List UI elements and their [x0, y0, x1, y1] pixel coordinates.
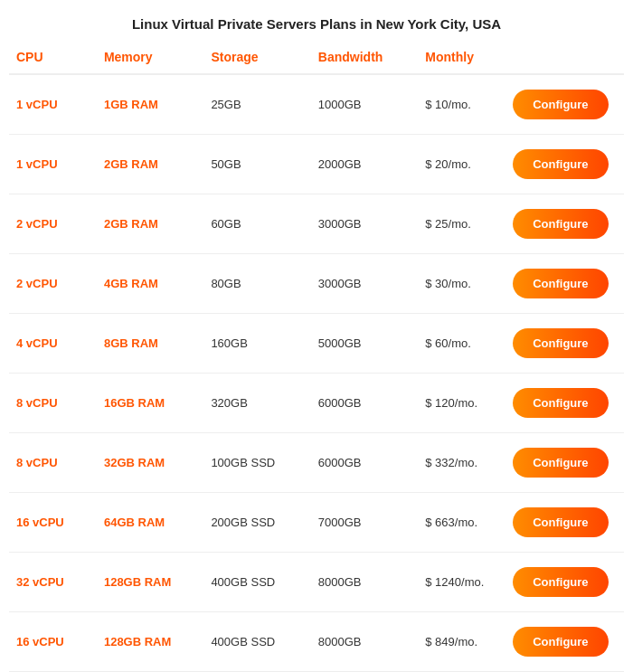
configure-button[interactable]: Configure — [513, 627, 608, 657]
price-cell: $ 30/mo. — [418, 254, 505, 314]
memory-cell: 128GB RAM — [97, 612, 203, 672]
header-storage: Storage — [203, 41, 310, 74]
cpu-cell: 1 vCPU — [9, 135, 97, 194]
table-row: 32 vCPU 128GB RAM 400GB SSD 8000GB $ 124… — [9, 553, 624, 612]
action-cell: Configure — [505, 314, 624, 374]
table-row: 16 vCPU 128GB RAM 400GB SSD 8000GB $ 849… — [9, 612, 624, 672]
memory-cell: 16GB RAM — [97, 374, 203, 433]
cpu-cell: 4 vCPU — [9, 314, 97, 374]
price-cell: $ 849/mo. — [418, 612, 505, 672]
action-cell: Configure — [505, 433, 624, 493]
configure-button[interactable]: Configure — [513, 149, 608, 179]
price-cell: $ 10/mo. — [418, 74, 505, 135]
header-action — [505, 41, 624, 74]
cpu-cell: 32 vCPU — [9, 553, 97, 612]
table-row: 8 vCPU 16GB RAM 320GB 6000GB $ 120/mo. C… — [9, 374, 624, 433]
action-cell: Configure — [505, 612, 624, 672]
cpu-cell: 16 vCPU — [9, 612, 97, 672]
storage-cell: 60GB — [203, 194, 310, 254]
table-container: CPU Memory Storage Bandwidth Monthly 1 v… — [0, 41, 633, 672]
price-cell: $ 120/mo. — [418, 374, 505, 433]
table-row: 1 vCPU 2GB RAM 50GB 2000GB $ 20/mo. Conf… — [9, 135, 624, 194]
bandwidth-cell: 3000GB — [311, 194, 418, 254]
storage-cell: 25GB — [203, 74, 310, 135]
storage-cell: 50GB — [203, 135, 310, 194]
storage-cell: 400GB SSD — [203, 612, 310, 672]
plans-table: CPU Memory Storage Bandwidth Monthly 1 v… — [9, 41, 624, 672]
cpu-cell: 2 vCPU — [9, 254, 97, 314]
bandwidth-cell: 7000GB — [311, 493, 418, 553]
action-cell: Configure — [505, 374, 624, 433]
action-cell: Configure — [505, 135, 624, 194]
bandwidth-cell: 8000GB — [311, 612, 418, 672]
configure-button[interactable]: Configure — [513, 507, 608, 537]
bandwidth-cell: 2000GB — [311, 135, 418, 194]
header-cpu: CPU — [9, 41, 97, 74]
bandwidth-cell: 6000GB — [311, 374, 418, 433]
memory-cell: 4GB RAM — [97, 254, 203, 314]
configure-button[interactable]: Configure — [513, 90, 608, 119]
table-row: 2 vCPU 2GB RAM 60GB 3000GB $ 25/mo. Conf… — [9, 194, 624, 254]
table-row: 8 vCPU 32GB RAM 100GB SSD 6000GB $ 332/m… — [9, 433, 624, 493]
action-cell: Configure — [505, 254, 624, 314]
bandwidth-cell: 1000GB — [311, 74, 418, 135]
bandwidth-cell: 6000GB — [311, 433, 418, 493]
memory-cell: 2GB RAM — [97, 194, 203, 254]
configure-button[interactable]: Configure — [513, 269, 608, 298]
action-cell: Configure — [505, 74, 624, 135]
configure-button[interactable]: Configure — [513, 209, 608, 239]
table-row: 4 vCPU 8GB RAM 160GB 5000GB $ 60/mo. Con… — [9, 314, 624, 374]
cpu-cell: 8 vCPU — [9, 374, 97, 433]
cpu-cell: 16 vCPU — [9, 493, 97, 553]
table-row: 16 vCPU 64GB RAM 200GB SSD 7000GB $ 663/… — [9, 493, 624, 553]
price-cell: $ 20/mo. — [418, 135, 505, 194]
memory-cell: 64GB RAM — [97, 493, 203, 553]
storage-cell: 100GB SSD — [203, 433, 310, 493]
header-memory: Memory — [97, 41, 203, 74]
memory-cell: 128GB RAM — [97, 553, 203, 612]
page-title: Linux Virtual Private Servers Plans in N… — [0, 0, 633, 41]
bandwidth-cell: 8000GB — [311, 553, 418, 612]
price-cell: $ 1240/mo. — [418, 553, 505, 612]
cpu-cell: 2 vCPU — [9, 194, 97, 254]
memory-cell: 1GB RAM — [97, 74, 203, 135]
storage-cell: 200GB SSD — [203, 493, 310, 553]
memory-cell: 32GB RAM — [97, 433, 203, 493]
storage-cell: 160GB — [203, 314, 310, 374]
configure-button[interactable]: Configure — [513, 567, 608, 597]
storage-cell: 80GB — [203, 254, 310, 314]
price-cell: $ 25/mo. — [418, 194, 505, 254]
table-row: 1 vCPU 1GB RAM 25GB 1000GB $ 10/mo. Conf… — [9, 74, 624, 135]
storage-cell: 320GB — [203, 374, 310, 433]
cpu-cell: 8 vCPU — [9, 433, 97, 493]
price-cell: $ 60/mo. — [418, 314, 505, 374]
storage-cell: 400GB SSD — [203, 553, 310, 612]
memory-cell: 8GB RAM — [97, 314, 203, 374]
price-cell: $ 663/mo. — [418, 493, 505, 553]
price-cell: $ 332/mo. — [418, 433, 505, 493]
table-row: 2 vCPU 4GB RAM 80GB 3000GB $ 30/mo. Conf… — [9, 254, 624, 314]
configure-button[interactable]: Configure — [513, 388, 608, 418]
action-cell: Configure — [505, 553, 624, 612]
bandwidth-cell: 3000GB — [311, 254, 418, 314]
action-cell: Configure — [505, 493, 624, 553]
header-bandwidth: Bandwidth — [311, 41, 418, 74]
bandwidth-cell: 5000GB — [311, 314, 418, 374]
configure-button[interactable]: Configure — [513, 328, 608, 358]
cpu-cell: 1 vCPU — [9, 74, 97, 135]
configure-button[interactable]: Configure — [513, 448, 608, 478]
header-monthly: Monthly — [418, 41, 505, 74]
action-cell: Configure — [505, 194, 624, 254]
memory-cell: 2GB RAM — [97, 135, 203, 194]
